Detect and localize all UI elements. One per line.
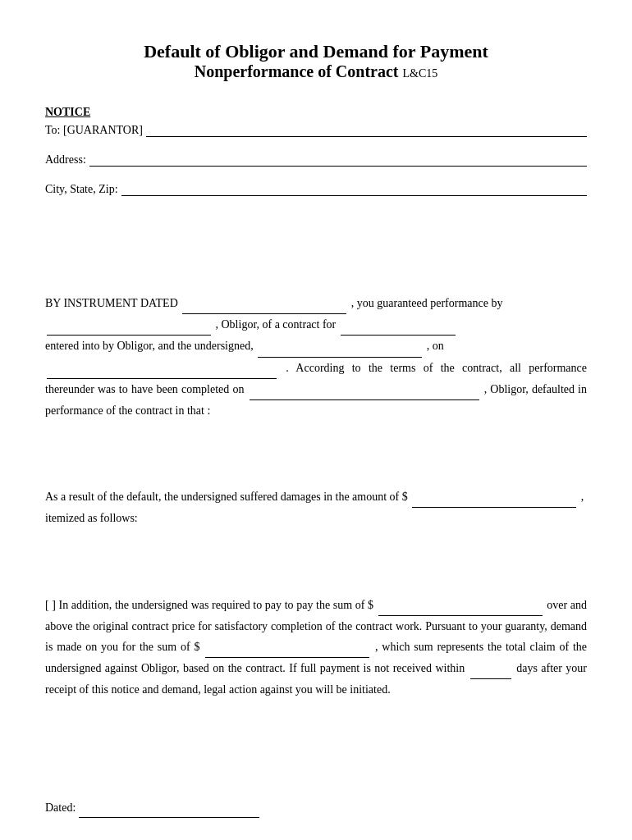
contract-for-field[interactable] — [341, 314, 456, 336]
instrument-obligor-field[interactable] — [47, 314, 211, 336]
date-field2[interactable] — [47, 358, 277, 379]
damages-suffix: , — [581, 491, 584, 503]
sum-field[interactable] — [378, 595, 543, 616]
entered-text: entered into by Obligor, and the undersi… — [45, 340, 254, 352]
completed-field[interactable] — [250, 379, 479, 400]
city-field[interactable] — [121, 181, 587, 196]
instrument-intro: BY INSTRUMENT DATED — [45, 297, 178, 309]
title-code: L&C15 — [403, 67, 438, 80]
addition-paragraph: [ ] In addition, the undersigned was req… — [45, 595, 587, 701]
dated-section: Dated: — [45, 798, 587, 818]
days-field[interactable] — [470, 658, 511, 679]
instrument-text1: , you guaranteed performance by — [351, 297, 503, 309]
itemized-text: itemized as follows: — [45, 512, 138, 524]
damages-amount-field[interactable] — [412, 486, 576, 508]
address-label: Address: — [45, 153, 86, 167]
damages-paragraph: As a result of the default, the undersig… — [45, 486, 587, 528]
title-line1: Default of Obligor and Demand for Paymen… — [45, 41, 587, 62]
dated-label: Dated: — [45, 798, 76, 818]
title-line2: Nonperformance of Contract L&C15 — [45, 62, 587, 81]
dated-field[interactable] — [79, 803, 259, 818]
to-field-row: To: [GUARANTOR] — [45, 122, 587, 137]
address-field-row: Address: — [45, 152, 587, 167]
to-label: To: [GUARANTOR] — [45, 124, 143, 137]
undersigned-field[interactable] — [258, 336, 422, 357]
instrument-date-field[interactable] — [182, 293, 346, 314]
notice-section: NOTICE To: [GUARANTOR] Address: City, St… — [45, 106, 587, 196]
city-field-row: City, State, Zip: — [45, 181, 587, 196]
damages-text: As a result of the default, the undersig… — [45, 491, 408, 503]
instrument-block: BY INSTRUMENT DATED , you guaranteed per… — [45, 293, 587, 421]
to-field[interactable] — [146, 122, 587, 137]
document-title: Default of Obligor and Demand for Paymen… — [45, 41, 587, 81]
notice-label: NOTICE — [45, 106, 587, 119]
addition-text: [ ] In addition, the undersigned was req… — [45, 599, 373, 611]
instrument-text2: , Obligor, of a contract for — [216, 318, 337, 331]
address-field[interactable] — [89, 152, 587, 167]
city-label: City, State, Zip: — [45, 183, 118, 196]
body-section: BY INSTRUMENT DATED , you guaranteed per… — [45, 293, 587, 840]
sum-field2[interactable] — [205, 637, 369, 658]
on-text: , on — [427, 340, 444, 352]
